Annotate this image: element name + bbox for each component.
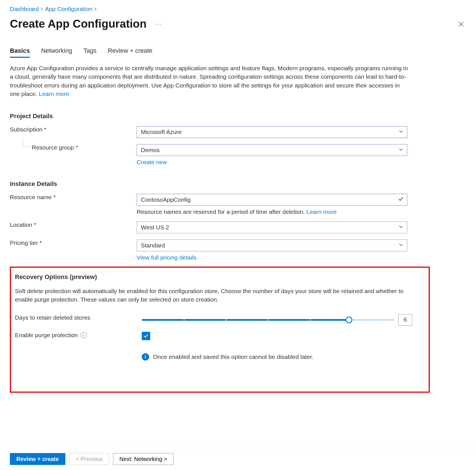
- wizard-footer: Review + create < Previous Next: Network…: [0, 448, 476, 470]
- resource-group-select[interactable]: Demos: [137, 144, 407, 156]
- slider-thumb[interactable]: [346, 317, 352, 323]
- info-icon[interactable]: i: [81, 332, 87, 338]
- chevron-right-icon: [94, 7, 98, 11]
- info-filled-icon: i: [142, 353, 149, 361]
- breadcrumb-appconfig[interactable]: App Configuration: [45, 6, 92, 12]
- tab-tags[interactable]: Tags: [83, 47, 96, 58]
- more-actions-button[interactable]: ···: [155, 20, 162, 28]
- days-retain-label: Days to retain deleted stores: [15, 314, 90, 321]
- required-icon: *: [39, 240, 42, 246]
- section-project-details: Project Details: [10, 113, 466, 120]
- view-pricing-link[interactable]: View full pricing details: [137, 254, 196, 261]
- chevron-down-icon: [398, 224, 404, 231]
- chevron-right-icon: [40, 7, 44, 11]
- resource-name-label: Resource name: [10, 194, 52, 201]
- days-retain-value[interactable]: 6: [398, 314, 412, 326]
- close-icon[interactable]: [458, 21, 464, 29]
- chevron-down-icon: [398, 242, 404, 249]
- purge-protection-checkbox[interactable]: [142, 332, 150, 340]
- section-recovery-options: Recovery Options (preview): [15, 273, 425, 281]
- required-icon: *: [76, 144, 78, 151]
- breadcrumb: Dashboard App Configuration: [10, 6, 466, 12]
- previous-button: < Previous: [69, 453, 109, 465]
- review-create-button[interactable]: Review + create: [10, 453, 65, 465]
- pricing-tier-label: Pricing tier: [10, 240, 38, 246]
- intro-text: Azure App Configuration provides a servi…: [10, 64, 410, 98]
- breadcrumb-dashboard[interactable]: Dashboard: [10, 6, 39, 12]
- next-button[interactable]: Next: Networking >: [113, 453, 174, 465]
- intro-learn-more-link[interactable]: Learn more: [39, 91, 69, 97]
- resource-group-label: Resource group: [32, 144, 74, 151]
- tab-basics[interactable]: Basics: [10, 47, 30, 58]
- chevron-down-icon: [398, 147, 404, 153]
- days-retain-slider[interactable]: [142, 319, 394, 321]
- tabs: Basics Networking Tags Review + create: [10, 47, 466, 58]
- tab-networking[interactable]: Networking: [41, 47, 72, 58]
- section-instance-details: Instance Details: [10, 180, 466, 188]
- location-select[interactable]: West US 2: [137, 221, 407, 233]
- check-icon: [398, 196, 404, 203]
- purge-protection-label: Enable purge protection: [15, 332, 78, 339]
- recovery-description: Soft delete protection will automaticall…: [15, 287, 415, 304]
- create-new-rg-link[interactable]: Create new: [137, 159, 167, 165]
- subscription-label: Subscription: [10, 126, 43, 133]
- required-icon: *: [44, 126, 47, 133]
- resource-name-learn-more-link[interactable]: Learn more: [306, 208, 336, 215]
- recovery-options-box: Recovery Options (preview) Soft delete p…: [10, 267, 430, 393]
- purge-protection-info-text: Once enabled and saved this option canno…: [153, 353, 313, 360]
- required-icon: *: [34, 221, 36, 228]
- chevron-down-icon: [398, 129, 404, 135]
- pricing-tier-select[interactable]: Standard: [137, 240, 407, 251]
- location-label: Location: [10, 221, 32, 228]
- page-title: Create App Configuration: [10, 17, 147, 30]
- subscription-select[interactable]: Microsoft Azure: [137, 126, 407, 138]
- resource-name-helper: Resource names are reserved for a period…: [137, 208, 407, 215]
- tab-review[interactable]: Review + create: [108, 47, 152, 58]
- resource-name-input[interactable]: ContosoAppConfig: [137, 194, 407, 206]
- required-icon: *: [53, 194, 56, 201]
